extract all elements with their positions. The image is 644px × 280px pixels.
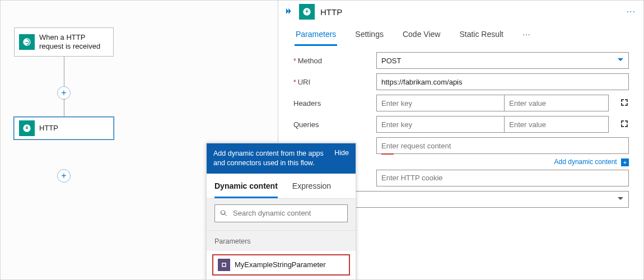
validation-indicator xyxy=(381,153,394,155)
headers-label: Headers xyxy=(293,99,371,108)
http-node-label: HTTP xyxy=(39,124,58,133)
tab-overflow-button[interactable]: ··· xyxy=(521,27,532,46)
method-select[interactable]: POST xyxy=(376,52,629,69)
panel-tabs: Parameters Settings Code View Static Res… xyxy=(279,22,643,46)
chevron-down-icon xyxy=(617,57,624,65)
trigger-node-label: When a HTTP request is received xyxy=(39,33,109,52)
popover-tab-expression[interactable]: Expression xyxy=(292,181,331,198)
headers-value-input[interactable] xyxy=(504,95,609,111)
http-action-node[interactable]: HTTP xyxy=(14,117,114,139)
dynamic-content-item[interactable]: MyExampleStringParameter xyxy=(212,254,350,276)
add-step-button[interactable]: + xyxy=(57,169,71,183)
uri-label: URI xyxy=(293,78,371,86)
add-dynamic-plus-icon[interactable]: + xyxy=(621,158,629,166)
method-value: POST xyxy=(381,57,401,65)
uri-input[interactable] xyxy=(376,73,629,90)
popover-header: Add dynamic content from the apps and co… xyxy=(207,143,356,174)
panel-header: HTTP ··· xyxy=(279,1,643,22)
http-icon xyxy=(299,4,315,20)
search-icon xyxy=(220,209,227,217)
panel-title: HTTP xyxy=(320,7,342,17)
popover-tabs: Dynamic content Expression xyxy=(207,174,356,198)
popover-search-area xyxy=(207,198,356,231)
connector-line xyxy=(64,99,64,117)
headers-key-input[interactable] xyxy=(376,95,504,111)
popover-section-parameters: Parameters xyxy=(207,231,356,251)
panel-more-button[interactable]: ··· xyxy=(627,7,636,17)
tab-code-view[interactable]: Code View xyxy=(402,27,441,46)
headers-switch-mode-button[interactable] xyxy=(614,98,629,109)
popover-search-input[interactable] xyxy=(232,208,343,218)
queries-key-input[interactable] xyxy=(376,116,504,133)
connector-line xyxy=(64,57,64,87)
queries-value-input[interactable] xyxy=(504,116,609,133)
popover-message: Add dynamic content from the apps and co… xyxy=(213,149,329,168)
trigger-node[interactable]: When a HTTP request is received xyxy=(14,27,114,57)
tab-settings[interactable]: Settings xyxy=(354,27,385,46)
tab-static-result[interactable]: Static Result xyxy=(458,27,505,46)
add-dynamic-content-link[interactable]: Add dynamic content xyxy=(554,158,617,166)
method-label: Method xyxy=(293,57,371,65)
add-step-button[interactable]: + xyxy=(57,86,71,100)
popover-search-box[interactable] xyxy=(214,204,348,222)
tab-parameters[interactable]: Parameters xyxy=(295,27,337,46)
http-request-icon xyxy=(19,34,35,50)
cookie-input[interactable] xyxy=(376,170,629,186)
parameter-icon xyxy=(218,259,230,271)
queries-label: Queries xyxy=(293,120,371,129)
http-icon xyxy=(19,120,35,136)
dynamic-content-popover: Add dynamic content from the apps and co… xyxy=(206,143,356,280)
chevron-down-icon xyxy=(617,194,624,204)
collapse-panel-icon[interactable] xyxy=(283,6,293,18)
dynamic-content-item-label: MyExampleStringParameter xyxy=(235,260,326,269)
queries-switch-mode-button[interactable] xyxy=(614,119,629,130)
body-input[interactable] xyxy=(376,137,629,154)
popover-hide-button[interactable]: Hide xyxy=(334,149,349,168)
popover-tab-dynamic-content[interactable]: Dynamic content xyxy=(214,181,278,198)
